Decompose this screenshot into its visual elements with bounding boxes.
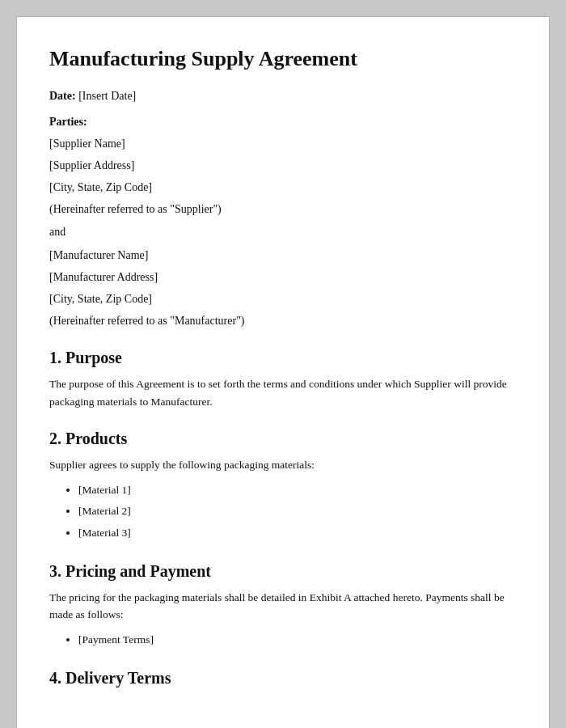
supplier-city-state-zip: [City, State, Zip Code] bbox=[49, 179, 517, 196]
supplier-name: [Supplier Name] bbox=[49, 135, 517, 152]
section-1-heading: 1. Purpose bbox=[49, 349, 517, 367]
date-value: [Insert Date] bbox=[78, 90, 136, 102]
section-1-body: The purpose of this Agreement is to set … bbox=[49, 375, 517, 410]
section-2: 2. ProductsSupplier agrees to supply the… bbox=[49, 430, 517, 542]
sections-container: 1. PurposeThe purpose of this Agreement … bbox=[49, 349, 517, 688]
section-1: 1. PurposeThe purpose of this Agreement … bbox=[49, 349, 517, 410]
section-3-heading: 3. Pricing and Payment bbox=[49, 562, 517, 581]
section-4: 4. Delivery Terms bbox=[49, 669, 517, 688]
parties-label: Parties: bbox=[49, 116, 517, 129]
list-item: [Material 1] bbox=[78, 480, 517, 500]
date-field: Date: [Insert Date] bbox=[49, 87, 517, 104]
section-3-list: [Payment Terms] bbox=[78, 630, 517, 650]
document-title: Manufacturing Supply Agreement bbox=[49, 46, 517, 71]
section-4-heading: 4. Delivery Terms bbox=[49, 669, 517, 688]
list-item: [Material 2] bbox=[78, 502, 517, 521]
manufacturer-address: [Manufacturer Address] bbox=[49, 269, 517, 286]
section-2-heading: 2. Products bbox=[49, 430, 517, 448]
manufacturer-name: [Manufacturer Name] bbox=[49, 247, 517, 264]
section-2-body: Supplier agrees to supply the following … bbox=[49, 456, 517, 474]
list-item: [Material 3] bbox=[78, 523, 517, 543]
manufacturer-hereinafter: (Hereinafter referred to as "Manufacture… bbox=[49, 312, 517, 329]
supplier-address: [Supplier Address] bbox=[49, 157, 517, 174]
section-3: 3. Pricing and PaymentThe pricing for th… bbox=[49, 562, 517, 650]
section-3-body: The pricing for the packaging materials … bbox=[49, 589, 517, 624]
list-item: [Payment Terms] bbox=[78, 630, 517, 650]
manufacturer-city-state-zip: [City, State, Zip Code] bbox=[49, 290, 517, 307]
date-label: Date: bbox=[49, 90, 76, 102]
document-page: Manufacturing Supply Agreement Date: [In… bbox=[16, 16, 550, 728]
section-2-list: [Material 1][Material 2][Material 3] bbox=[78, 480, 517, 543]
and-separator: and bbox=[49, 226, 517, 239]
supplier-hereinafter: (Hereinafter referred to as "Supplier") bbox=[49, 201, 517, 218]
